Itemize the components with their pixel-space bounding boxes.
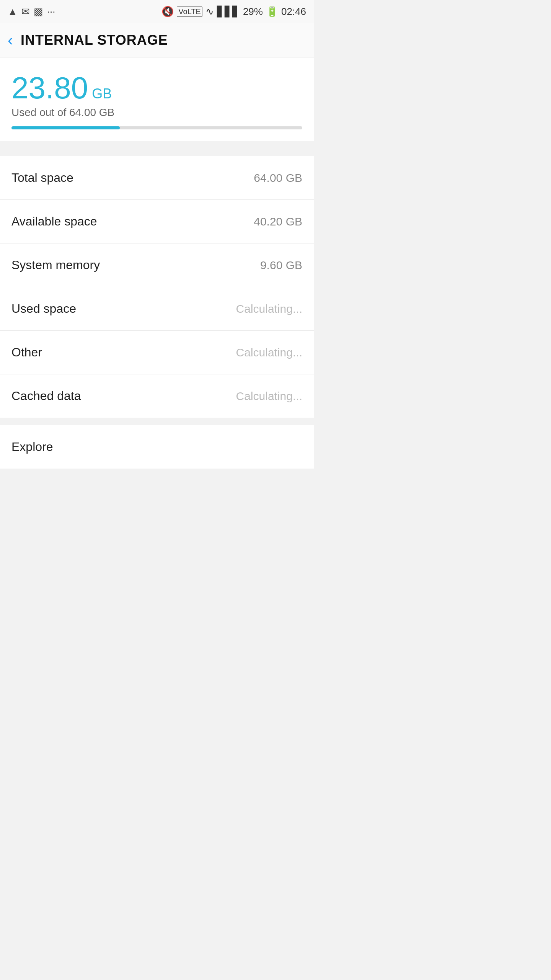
storage-item: Used spaceCalculating...: [0, 287, 314, 331]
storage-item: OtherCalculating...: [0, 331, 314, 374]
storage-item: System memory9.60 GB: [0, 243, 314, 287]
storage-item-label: Cached data: [11, 389, 81, 403]
battery-percent: 29%: [243, 6, 263, 18]
gmail-icon: ✉: [21, 6, 30, 18]
storage-item: Available space40.20 GB: [0, 200, 314, 243]
app1-icon: ▲: [8, 6, 18, 18]
status-bar: ▲ ✉ ▩ ··· 🔇 VoLTE ∿ ▋▋▋ 29% 🔋 02:46: [0, 0, 314, 23]
explore-section: Explore: [0, 425, 314, 469]
battery-icon: 🔋: [266, 6, 278, 18]
app-bar: ‹ INTERNAL STORAGE: [0, 23, 314, 57]
volte-icon: VoLTE: [177, 7, 202, 17]
storage-progress-fill: [11, 126, 120, 129]
storage-used-value: 23.80: [11, 73, 88, 103]
storage-list: Total space64.00 GBAvailable space40.20 …: [0, 156, 314, 418]
section-divider-1: [0, 141, 314, 149]
more-icon: ···: [47, 6, 55, 18]
storage-item-value: 9.60 GB: [260, 259, 302, 272]
storage-item-label: System memory: [11, 258, 100, 272]
chat-icon: ▩: [34, 6, 43, 18]
mute-icon: 🔇: [161, 6, 174, 18]
storage-item-value: Calculating...: [236, 390, 302, 403]
storage-item-label: Used space: [11, 302, 76, 316]
storage-used-display: 23.80 GB: [11, 73, 302, 103]
wifi-icon: ∿: [205, 6, 214, 18]
status-bar-left: ▲ ✉ ▩ ···: [8, 6, 55, 18]
storage-progress-bar: [11, 126, 302, 129]
signal-icon: ▋▋▋: [217, 6, 240, 18]
storage-item-value: 40.20 GB: [254, 215, 302, 228]
clock: 02:46: [281, 6, 306, 18]
storage-summary: 23.80 GB Used out of 64.00 GB: [0, 57, 314, 141]
explore-item[interactable]: Explore: [0, 425, 314, 469]
storage-used-label: Used out of 64.00 GB: [11, 106, 302, 119]
storage-item-value: 64.00 GB: [254, 172, 302, 185]
section-divider-2: [0, 418, 314, 425]
storage-item: Total space64.00 GB: [0, 156, 314, 200]
storage-item-value: Calculating...: [236, 302, 302, 315]
explore-label: Explore: [11, 440, 53, 454]
storage-item-label: Other: [11, 345, 42, 359]
back-button[interactable]: ‹: [8, 31, 13, 49]
storage-used-unit: GB: [92, 86, 112, 102]
storage-item-label: Available space: [11, 214, 97, 229]
page-title: INTERNAL STORAGE: [21, 32, 168, 48]
storage-item: Cached dataCalculating...: [0, 374, 314, 418]
storage-item-value: Calculating...: [236, 346, 302, 359]
status-bar-right: 🔇 VoLTE ∿ ▋▋▋ 29% 🔋 02:46: [161, 6, 306, 18]
storage-item-label: Total space: [11, 171, 73, 185]
